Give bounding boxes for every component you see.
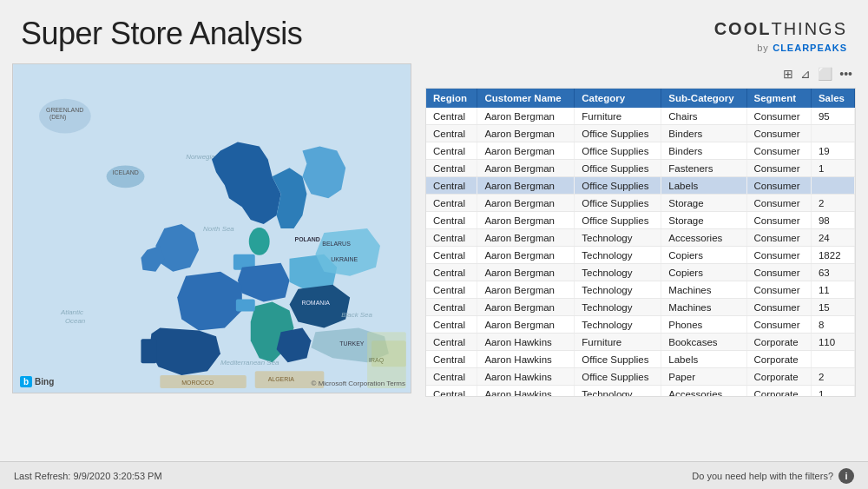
table-row[interactable]: CentralAaron BergmanTechnologyCopiersCon… (426, 247, 855, 264)
cell-16-2: Technology (575, 386, 661, 398)
svg-text:Atlantic: Atlantic (60, 308, 83, 316)
svg-text:POLAND: POLAND (294, 236, 319, 242)
cell-12-3: Phones (661, 316, 746, 334)
cell-13-2: Furniture (575, 334, 661, 351)
cell-1-5 (811, 125, 854, 142)
table-row[interactable]: CentralAaron HawkinsTechnologyAccessorie… (426, 386, 855, 398)
footer: Last Refresh: 9/9/2020 3:20:53 PM Do you… (0, 461, 868, 489)
table-row[interactable]: CentralAaron BergmanOffice SuppliesLabel… (426, 177, 855, 195)
cell-6-5: 98 (811, 212, 854, 229)
cell-0-2: Furniture (575, 108, 661, 125)
footer-refresh: Last Refresh: 9/9/2020 3:20:53 PM (14, 471, 162, 481)
cell-16-5: 1 (811, 386, 854, 398)
more-icon[interactable]: ••• (839, 67, 852, 81)
cell-9-0: Central (426, 264, 477, 281)
cell-5-3: Storage (661, 195, 746, 212)
col-subcategory[interactable]: Sub-Category (661, 89, 746, 108)
table-row[interactable]: CentralAaron HawkinsOffice SuppliesLabel… (426, 351, 855, 368)
col-region[interactable]: Region (426, 89, 477, 108)
svg-text:ALGERIA: ALGERIA (268, 376, 295, 382)
cell-8-2: Technology (575, 247, 661, 264)
table-row[interactable]: CentralAaron BergmanTechnologyMachinesCo… (426, 281, 855, 299)
cell-12-4: Consumer (746, 316, 811, 334)
cell-1-0: Central (426, 125, 477, 142)
table-row[interactable]: CentralAaron BergmanOffice SuppliesStora… (426, 212, 855, 229)
cell-11-3: Machines (661, 299, 746, 316)
cell-10-0: Central (426, 281, 477, 299)
filter-icon[interactable]: ⊿ (800, 67, 811, 81)
cell-0-0: Central (426, 108, 477, 125)
col-category[interactable]: Category (575, 89, 661, 108)
cell-3-3: Fasteners (661, 160, 746, 177)
cell-4-3: Labels (661, 177, 746, 195)
svg-text:BELARUS: BELARUS (322, 241, 351, 247)
info-icon[interactable]: i (838, 468, 854, 484)
table-row[interactable]: CentralAaron HawkinsOffice SuppliesPaper… (426, 368, 855, 386)
cell-11-4: Consumer (746, 299, 811, 316)
table-row[interactable]: CentralAaron BergmanTechnologyAccessorie… (426, 229, 855, 247)
refresh-label: Last Refresh: (14, 471, 70, 481)
cell-1-1: Aaron Bergman (477, 125, 575, 142)
table-row[interactable]: CentralAaron HawkinsFurnitureBookcasesCo… (426, 334, 855, 351)
logo: COOLTHINGS by CLEARPEAKS (714, 16, 847, 55)
cell-3-4: Consumer (746, 160, 811, 177)
col-customer[interactable]: Customer Name (477, 89, 575, 108)
bookmark-icon[interactable]: ⊞ (783, 67, 793, 81)
table-row[interactable]: CentralAaron BergmanTechnologyMachinesCo… (426, 299, 855, 316)
table-toolbar: ⊞ ⊿ ⬜ ••• (425, 63, 856, 88)
table-row[interactable]: CentralAaron BergmanOffice SuppliesBinde… (426, 125, 855, 142)
cell-14-2: Office Supplies (575, 351, 661, 368)
svg-text:Mediterranean Sea: Mediterranean Sea (220, 359, 279, 367)
cell-14-5 (811, 351, 854, 368)
cell-9-1: Aaron Bergman (477, 264, 575, 281)
cell-2-3: Binders (661, 142, 746, 160)
svg-text:GREENLAND: GREENLAND (46, 107, 83, 113)
cell-13-3: Bookcases (661, 334, 746, 351)
cell-7-2: Technology (575, 229, 661, 247)
expand-icon[interactable]: ⬜ (818, 67, 832, 81)
cell-0-5: 95 (811, 108, 854, 125)
table-row[interactable]: CentralAaron BergmanOffice SuppliesBinde… (426, 142, 855, 160)
table-row[interactable]: CentralAaron BergmanTechnologyCopiersCon… (426, 264, 855, 281)
cell-9-3: Copiers (661, 264, 746, 281)
cell-7-3: Accessories (661, 229, 746, 247)
cell-2-0: Central (426, 142, 477, 160)
cell-7-0: Central (426, 229, 477, 247)
cell-11-1: Aaron Bergman (477, 299, 575, 316)
cell-10-3: Machines (661, 281, 746, 299)
cell-10-1: Aaron Bergman (477, 281, 575, 299)
cell-6-1: Aaron Bergman (477, 212, 575, 229)
col-sales[interactable]: Sales (811, 89, 854, 108)
cell-15-3: Paper (661, 368, 746, 386)
svg-text:MOROCCO: MOROCCO (181, 380, 214, 386)
cell-11-5: 15 (811, 299, 854, 316)
main-content: GREENLAND (DEN) ICELAND Norwegian Sea (0, 63, 868, 463)
svg-rect-10 (236, 300, 255, 312)
cell-13-4: Corporate (746, 334, 811, 351)
cell-7-1: Aaron Bergman (477, 229, 575, 247)
cell-0-4: Consumer (746, 108, 811, 125)
svg-text:UKRAINE: UKRAINE (331, 256, 358, 262)
footer-help: Do you need help with the filters? i (692, 468, 854, 484)
cell-16-3: Accessories (661, 386, 746, 398)
cell-13-5: 110 (811, 334, 854, 351)
cell-9-4: Consumer (746, 264, 811, 281)
table-row[interactable]: CentralAaron BergmanTechnologyPhonesCons… (426, 316, 855, 334)
refresh-time: 9/9/2020 3:20:53 PM (73, 471, 161, 481)
table-container: ⊞ ⊿ ⬜ ••• Region Customer Name Category … (425, 63, 856, 402)
cell-14-0: Central (426, 351, 477, 368)
table-row[interactable]: CentralAaron BergmanFurnitureChairsConsu… (426, 108, 855, 125)
cell-12-5: 8 (811, 316, 854, 334)
cell-12-2: Technology (575, 316, 661, 334)
table-row[interactable]: CentralAaron BergmanOffice SuppliesStora… (426, 195, 855, 212)
cell-10-2: Technology (575, 281, 661, 299)
cell-8-3: Copiers (661, 247, 746, 264)
svg-text:(DEN): (DEN) (49, 114, 66, 121)
svg-text:ROMANIA: ROMANIA (301, 300, 330, 306)
logo-clearpeaks: CLEARPEAKS (773, 43, 847, 53)
cell-3-1: Aaron Bergman (477, 160, 575, 177)
table-row[interactable]: CentralAaron BergmanOffice SuppliesFaste… (426, 160, 855, 177)
cell-3-5: 1 (811, 160, 854, 177)
col-segment[interactable]: Segment (746, 89, 811, 108)
cell-4-1: Aaron Bergman (477, 177, 575, 195)
